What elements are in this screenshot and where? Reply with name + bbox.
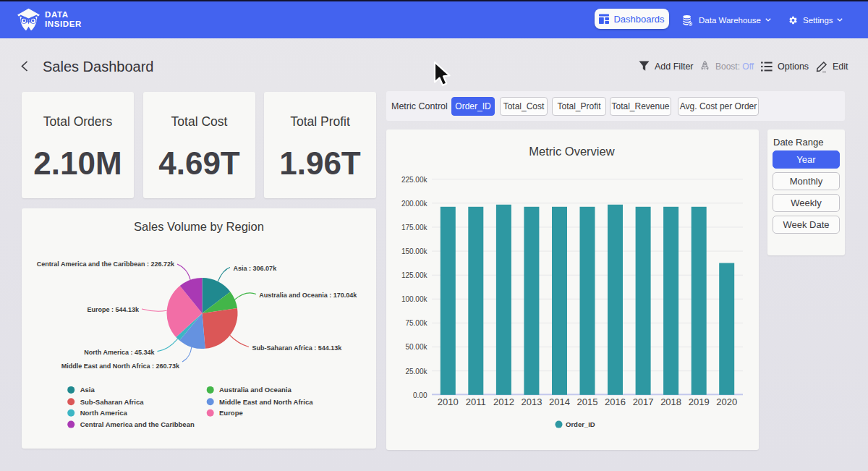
- svg-text:2017: 2017: [633, 396, 654, 407]
- svg-text:Middle East and North Africa :: Middle East and North Africa : 260.73k: [61, 362, 180, 370]
- svg-text:2011: 2011: [466, 396, 486, 407]
- svg-text:150.00k: 150.00k: [401, 247, 428, 255]
- svg-text:North America: North America: [80, 409, 128, 417]
- svg-text:Sub-Saharan Africa : 544.13k: Sub-Saharan Africa : 544.13k: [252, 344, 343, 352]
- svg-text:Asia : 306.07k: Asia : 306.07k: [234, 265, 278, 272]
- svg-text:175.00k: 175.00k: [401, 224, 428, 232]
- svg-text:75.00k: 75.00k: [405, 319, 427, 327]
- svg-text:100.00k: 100.00k: [401, 295, 428, 303]
- svg-text:2010: 2010: [438, 396, 459, 407]
- svg-text:Order_ID: Order_ID: [566, 420, 595, 428]
- svg-text:2016: 2016: [605, 396, 626, 407]
- svg-text:0.00: 0.00: [413, 391, 427, 399]
- svg-text:125.00k: 125.00k: [401, 271, 428, 279]
- svg-text:25.00k: 25.00k: [405, 368, 427, 375]
- svg-text:Europe: Europe: [219, 409, 243, 417]
- svg-text:2013: 2013: [521, 396, 542, 407]
- svg-text:Central America and the Caribb: Central America and the Caribbean : 226.…: [37, 260, 175, 268]
- svg-text:Middle East and North Africa: Middle East and North Africa: [219, 398, 313, 406]
- svg-text:2019: 2019: [689, 396, 710, 407]
- svg-text:Asia: Asia: [80, 386, 95, 394]
- svg-text:225.00k: 225.00k: [401, 176, 428, 184]
- svg-text:2018: 2018: [660, 396, 681, 407]
- svg-text:Sales Volume by Region: Sales Volume by Region: [134, 220, 264, 233]
- svg-text:Sub-Saharan Africa: Sub-Saharan Africa: [80, 398, 145, 406]
- svg-text:2014: 2014: [549, 396, 570, 407]
- svg-text:2020: 2020: [716, 396, 737, 407]
- svg-text:North America : 45.34k: North America : 45.34k: [84, 349, 155, 356]
- svg-text:Australia and Oceania: Australia and Oceania: [219, 386, 292, 394]
- svg-text:Central America and the Caribb: Central America and the Caribbean: [80, 420, 195, 428]
- svg-text:Europe : 544.13k: Europe : 544.13k: [87, 306, 140, 313]
- svg-text:200.00k: 200.00k: [401, 200, 428, 208]
- svg-text:Australia and Oceania : 170.04: Australia and Oceania : 170.04k: [259, 292, 357, 299]
- svg-text:2012: 2012: [493, 396, 514, 407]
- svg-text:Metric Overview: Metric Overview: [529, 145, 614, 158]
- svg-text:50.00k: 50.00k: [405, 343, 427, 351]
- svg-text:2015: 2015: [577, 396, 598, 407]
